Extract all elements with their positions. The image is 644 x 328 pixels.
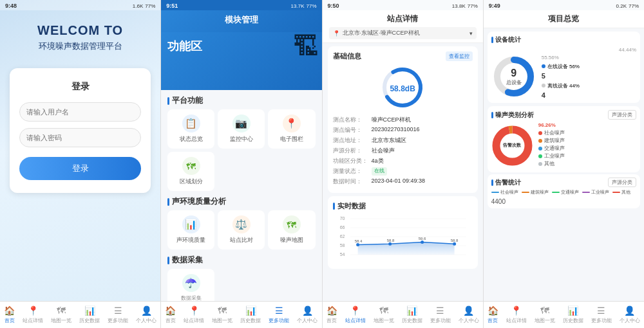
info-label: 测点地址： [333, 136, 372, 145]
alert-line-building [522, 192, 529, 193]
func-label: 区域划分 [180, 178, 203, 186]
nav-profile-2[interactable]: 👤 个人中心 [297, 305, 317, 324]
home-icon-2: 🏠 [165, 305, 176, 316]
nav-map-2[interactable]: 🗺 地图一览 [212, 305, 232, 324]
nav-map-1[interactable]: 🗺 地图一览 [51, 305, 71, 324]
nav-label: 历史数据 [79, 317, 100, 324]
nav-history-1[interactable]: 📊 历史数据 [79, 305, 100, 324]
noise-legend-item-building: 建筑噪声 [538, 138, 565, 144]
decibel-gauge: 58.8dB [333, 65, 473, 113]
alert-title-row: 告警统计 声源分类 [491, 178, 636, 187]
nav-history-3[interactable]: 📊 历史数据 [402, 305, 422, 324]
nav-label: 历史数据 [240, 317, 261, 324]
home-icon: 🏠 [4, 305, 15, 316]
password-field[interactable] [19, 128, 141, 147]
monitor-icon: 📷 [232, 114, 251, 132]
status-bar-2: 9:51 13.7K 77% [161, 0, 321, 10]
func-item-monitor[interactable]: 📷 监控中心 [218, 109, 265, 149]
func-item-state[interactable]: 📋 状态总览 [167, 109, 214, 149]
nav-label: 地图一览 [212, 317, 232, 324]
nav-profile-3[interactable]: 👤 个人中心 [459, 305, 479, 324]
view-monitor-button[interactable]: 查看监控 [446, 51, 473, 61]
noise-dropdown[interactable]: 声源分类 [608, 110, 636, 120]
nav-station-2[interactable]: 📍 站点详情 [184, 305, 204, 324]
svg-point-13 [356, 243, 359, 246]
nav-more-4[interactable]: ☰ 更多功能 [591, 305, 612, 324]
offline-dot [542, 84, 545, 87]
bottom-nav-1: 🏠 首页 📍 站点详情 🗺 地图一览 📊 历史数据 ☰ 更多功能 👤 个人中心 [0, 301, 160, 328]
more-icon-4: ☰ [597, 305, 605, 316]
bottom-nav-2: 🏠 首页 📍 站点详情 🗺 地图一览 📊 历史数据 ☰ 更多功能 👤 个人中心 [161, 301, 321, 328]
info-value: 噪声CCEP样机 [372, 116, 411, 124]
location-text: 北京市·东城区·噪声CCEP样机 [343, 29, 420, 37]
nav-station-1[interactable]: 📍 站点详情 [23, 305, 43, 324]
nav-home-2[interactable]: 🏠 首页 [165, 305, 176, 324]
station-detail-header: 站点详情 📍 北京市·东城区·噪声CCEP样机 ▾ [323, 10, 483, 43]
status-time-3: 9:50 [328, 3, 339, 9]
alert-line-other [612, 192, 620, 193]
home-icon-4: 🏠 [488, 305, 498, 316]
status-icons-1: 1.6K 77% [133, 3, 155, 9]
func-item-zone[interactable]: 🗺 区域划分 [167, 152, 214, 191]
info-row-id: 测点编号： 202302270310016 [333, 126, 473, 134]
status-icons-4: 0.2K 77% [616, 3, 639, 9]
home-icon-3: 🏠 [327, 305, 337, 316]
status-time-1: 9:48 [5, 3, 17, 9]
login-card: 登录 登录 [10, 68, 151, 193]
svg-text:58.8: 58.8 [386, 239, 394, 242]
func-item-compare[interactable]: ⚖️ 站点比对 [218, 210, 265, 250]
func-item-noise-map[interactable]: 🗺 噪声地图 [268, 210, 315, 250]
more-icon-3: ☰ [436, 305, 444, 316]
bottom-nav-4: 🏠 首页 📍 站点详情 🗺 地图一览 📊 历史数据 ☰ 更多功能 👤 个人中心 [484, 301, 644, 328]
login-button[interactable]: 登录 [19, 157, 141, 180]
alert-line-traffic [552, 192, 560, 193]
legend-online: 在线设备 56% [542, 63, 636, 70]
nav-home-1[interactable]: 🏠 首页 [4, 305, 15, 324]
legend-offline: 离线设备 44% [542, 82, 636, 89]
nav-label: 更多功能 [269, 317, 289, 324]
alert-line-industrial [582, 192, 590, 193]
nav-history-4[interactable]: 📊 历史数据 [563, 305, 583, 324]
zone-icon: 🗺 [182, 157, 200, 175]
username-field[interactable] [19, 102, 141, 122]
alert-legend: 社会噪声 建筑噪声 交通噪声 工业噪声 其他 [491, 189, 636, 196]
function-banner: 功能区 🏗 [161, 32, 321, 90]
status-bar-3: 9:50 13.8K 77% [323, 0, 483, 10]
offline-label: 离线设备 44% [547, 82, 580, 89]
nav-map-4[interactable]: 🗺 地图一览 [535, 305, 555, 324]
online-label: 在线设备 56% [547, 63, 580, 70]
noise-analysis-title: 噪声类别分析 [491, 111, 534, 120]
func-item-fence[interactable]: 📍 电子围栏 [268, 109, 315, 149]
pie-center-label: 告警次数 [503, 142, 521, 149]
nav-label: 个人中心 [136, 317, 156, 324]
nav-map-3[interactable]: 🗺 地图一览 [374, 305, 394, 324]
map-icon-2: 🗺 [218, 305, 227, 316]
nav-more-2[interactable]: ☰ 更多功能 [269, 305, 289, 324]
noise-legend: 96.26% 社会噪声 建筑噪声 交通噪声 工 [538, 122, 565, 169]
nav-profile-1[interactable]: 👤 个人中心 [136, 305, 156, 324]
nav-home-3[interactable]: 🏠 首页 [327, 305, 337, 324]
module-panel: 9:51 13.7K 77% 模块管理 功能区 🏗 平台功能 📋 状态总览 📷 … [161, 0, 322, 328]
svg-text:58: 58 [339, 243, 345, 248]
alert-legend-building: 建筑噪声 [522, 189, 549, 196]
nav-home-4[interactable]: 🏠 首页 [488, 305, 498, 324]
func-item-env-quality[interactable]: 📊 声环境质量 [167, 210, 214, 250]
nav-profile-4[interactable]: 👤 个人中心 [620, 305, 640, 324]
device-stats-title: 设备统计 [491, 35, 636, 44]
status-icons-3: 13.8K 77% [452, 3, 478, 9]
building-noise-dot [538, 139, 542, 143]
nav-history-2[interactable]: 📊 历史数据 [240, 305, 261, 324]
info-label: 测点名称： [333, 116, 372, 124]
nav-label: 首页 [488, 317, 498, 324]
alert-legend-industrial: 工业噪声 [582, 189, 609, 196]
nav-station-4[interactable]: 📍 站点详情 [506, 305, 527, 324]
status-time-2: 9:51 [166, 3, 178, 9]
battery-icon-3: 77% [468, 3, 478, 9]
noise-legend-item-other: 其他 [538, 161, 565, 167]
nav-label: 地图一览 [51, 317, 71, 324]
nav-more-1[interactable]: ☰ 更多功能 [108, 305, 128, 324]
nav-more-3[interactable]: ☰ 更多功能 [430, 305, 451, 324]
nav-station-3[interactable]: 📍 站点详情 [345, 305, 366, 324]
signal-icon-4: 0.2K [616, 3, 627, 9]
alert-dropdown[interactable]: 声源分类 [608, 178, 636, 187]
